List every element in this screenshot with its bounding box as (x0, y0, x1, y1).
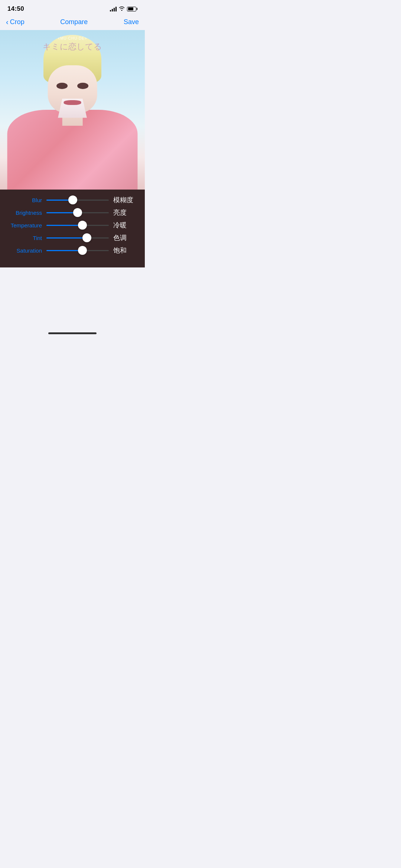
slider-label-blur: Blur (7, 197, 46, 203)
slider-row-saturation: Saturation饱和 (7, 246, 137, 255)
save-button[interactable]: Save (124, 18, 139, 26)
slider-row-tint: Tint色调 (7, 233, 137, 242)
slider-thumb-temperature[interactable] (78, 221, 87, 230)
slider-label-tint: Tint (7, 235, 46, 241)
slider-row-temperature: Temperature冷暖 (7, 221, 137, 230)
status-icons (110, 6, 137, 12)
slider-thumb-blur[interactable] (68, 195, 77, 204)
home-indicator (48, 332, 97, 334)
signal-icon (110, 6, 117, 11)
slider-thumb-saturation[interactable] (78, 246, 87, 255)
slider-label-cn-tint: 色调 (113, 233, 137, 242)
slider-label-cn-saturation: 饱和 (113, 246, 137, 255)
bottom-area (0, 267, 145, 342)
slider-label-brightness: Brightness (7, 210, 46, 216)
slider-thumb-brightness[interactable] (73, 208, 82, 217)
slider-track-blur[interactable] (46, 195, 109, 204)
slider-label-temperature: Temperature (7, 222, 46, 228)
slider-label-cn-blur: 模糊度 (113, 195, 137, 204)
back-button[interactable]: ‹ Crop (6, 18, 25, 26)
nav-bar: ‹ Crop Compare Save (0, 15, 145, 30)
japanese-text: キミに恋してる (43, 41, 102, 52)
person-lips (64, 100, 81, 105)
status-time: 14:50 (7, 5, 24, 13)
slider-label-cn-brightness: 亮度 (113, 208, 137, 217)
chevron-left-icon: ‹ (6, 18, 9, 26)
photo-text-overlay: <MU·CHU·DE> キミに恋してる (43, 36, 102, 52)
sliders-panel: Blur模糊度Brightness亮度Temperature冷暖Tint色调Sa… (0, 190, 145, 267)
save-label: Save (124, 18, 139, 26)
photo-image: <MU·CHU·DE> キミに恋してる (0, 30, 145, 190)
slider-row-blur: Blur模糊度 (7, 195, 137, 204)
compare-button[interactable]: Compare (60, 18, 88, 26)
status-bar: 14:50 (0, 0, 145, 15)
slider-track-temperature[interactable] (46, 221, 109, 230)
slider-track-brightness[interactable] (46, 208, 109, 217)
back-label: Crop (10, 18, 25, 26)
slider-track-tint[interactable] (46, 233, 109, 242)
battery-icon (127, 7, 137, 11)
slider-label-saturation: Saturation (7, 247, 46, 254)
compare-label: Compare (60, 18, 88, 26)
wifi-icon (119, 6, 125, 12)
slider-track-saturation[interactable] (46, 246, 109, 255)
brand-text: <MU·CHU·DE> (43, 36, 102, 40)
slider-thumb-tint[interactable] (82, 233, 91, 242)
photo-container: <MU·CHU·DE> キミに恋してる (0, 30, 145, 190)
slider-label-cn-temperature: 冷暖 (113, 221, 137, 230)
person-eyes (56, 83, 88, 89)
slider-row-brightness: Brightness亮度 (7, 208, 137, 217)
